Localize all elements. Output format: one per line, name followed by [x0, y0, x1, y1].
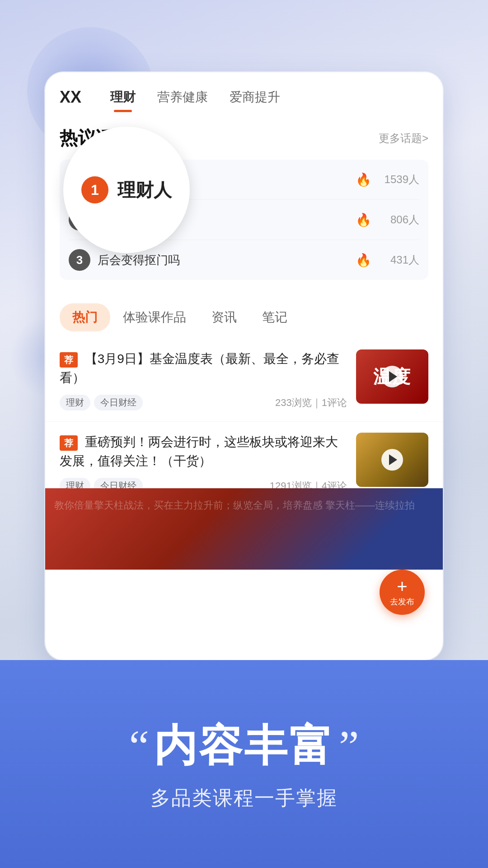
- enlarged-bubble: 1 理财人: [63, 127, 190, 253]
- banner-sub-text: 多品类课程一手掌握: [150, 785, 338, 811]
- feed-title-2: 荐 重磅预判！两会进行时，这些板块或将迎来大发展，值得关注！（干货）: [60, 433, 347, 471]
- tabs-bar: XX 理财 营养健康 爱商提升: [45, 72, 443, 111]
- feed-content-1: 荐 【3月9日】基金温度表（最新、最全，务必查看） 理财 今日财经 233浏览｜…: [60, 349, 347, 410]
- play-icon-1: [389, 371, 397, 382]
- feed-tag-1b: 今日财经: [94, 395, 143, 410]
- topic-fire-3: 🔥: [356, 253, 371, 268]
- feed-item-1[interactable]: 荐 【3月9日】基金温度表（最新、最全，务必查看） 理财 今日财经 233浏览｜…: [45, 339, 443, 422]
- more-topics-link[interactable]: 更多话题>: [379, 131, 428, 146]
- topic-fire-2: 🔥: [356, 212, 371, 227]
- strip-text: 教你倍量擎天柱战法，买在主力拉升前；纵览全局，培养盘感 擎天柱——连续拉拍: [45, 488, 443, 522]
- quote-left: “: [129, 720, 149, 772]
- phone-inner: XX 理财 营养健康 爱商提升 热议话题 更多话题>: [45, 72, 443, 660]
- fab-plus-icon: +: [397, 577, 407, 595]
- tab-nutrition[interactable]: 营养健康: [146, 83, 219, 111]
- fab-label: 去发布: [390, 596, 414, 607]
- app-logo: XX: [60, 88, 81, 107]
- content-card: XX 理财 营养健康 爱商提升 热议话题 更多话题>: [45, 72, 443, 660]
- topic-rank-3: 3: [69, 249, 90, 271]
- feed-tab-news[interactable]: 资讯: [199, 303, 249, 331]
- feed-section: 热门 体验课作品 资讯 笔记 荐: [45, 296, 443, 563]
- banner-main-text: 内容丰富: [154, 717, 334, 776]
- topic-count-1: 1539人: [379, 172, 419, 187]
- feed-tab-hot[interactable]: 热门: [60, 303, 110, 331]
- phone-mockup: XX 理财 营养健康 爱商提升 热议话题 更多话题>: [45, 72, 443, 660]
- enlarged-text: 理财人: [117, 178, 172, 203]
- enlarged-rank: 1: [81, 176, 108, 203]
- feed-tag-1a: 理财: [60, 395, 90, 410]
- quote-right: ”: [339, 720, 359, 772]
- topic-text-3: 后会变得抠门吗: [98, 252, 348, 268]
- feed-badge-2: 荐: [60, 435, 78, 451]
- feed-stats-1: 233浏览｜1评论: [275, 396, 347, 410]
- topic-count-2: 806人: [379, 212, 419, 227]
- feed-tabs: 热门 体验课作品 资讯 笔记: [45, 296, 443, 339]
- feed-title-1: 荐 【3月9日】基金温度表（最新、最全，务必查看）: [60, 349, 347, 387]
- play-icon-2: [389, 454, 397, 465]
- fab-publish-button[interactable]: + 去发布: [380, 570, 425, 615]
- play-btn-1[interactable]: [381, 366, 403, 387]
- feed-thumb-1: 温度: [356, 349, 428, 404]
- topic-count-3: 431人: [379, 253, 419, 267]
- feed-tags-1: 理财 今日财经: [60, 395, 143, 410]
- bottom-strip: 教你倍量擎天柱战法，买在主力拉升前；纵览全局，培养盘感 擎天柱——连续拉拍: [45, 488, 443, 570]
- feed-tab-notes[interactable]: 笔记: [249, 303, 300, 331]
- tab-licai[interactable]: 理财: [99, 83, 146, 111]
- banner-main-row: “ 内容丰富 ”: [129, 717, 359, 776]
- enlarged-content: 1 理财人: [81, 176, 172, 203]
- bottom-banner: “ 内容丰富 ” 多品类课程一手掌握: [0, 660, 488, 868]
- feed-meta-1: 理财 今日财经 233浏览｜1评论: [60, 395, 347, 410]
- feed-badge-1: 荐: [60, 352, 78, 368]
- thumb-bg-gold: [356, 433, 428, 487]
- feed-thumb-2: [356, 433, 428, 487]
- tab-aishang[interactable]: 爱商提升: [219, 83, 291, 111]
- play-btn-2[interactable]: [381, 449, 403, 471]
- topic-fire-1: 🔥: [356, 172, 371, 187]
- feed-content-2: 荐 重磅预判！两会进行时，这些板块或将迎来大发展，值得关注！（干货） 理财 今日…: [60, 433, 347, 494]
- feed-tab-experience[interactable]: 体验课作品: [110, 303, 199, 331]
